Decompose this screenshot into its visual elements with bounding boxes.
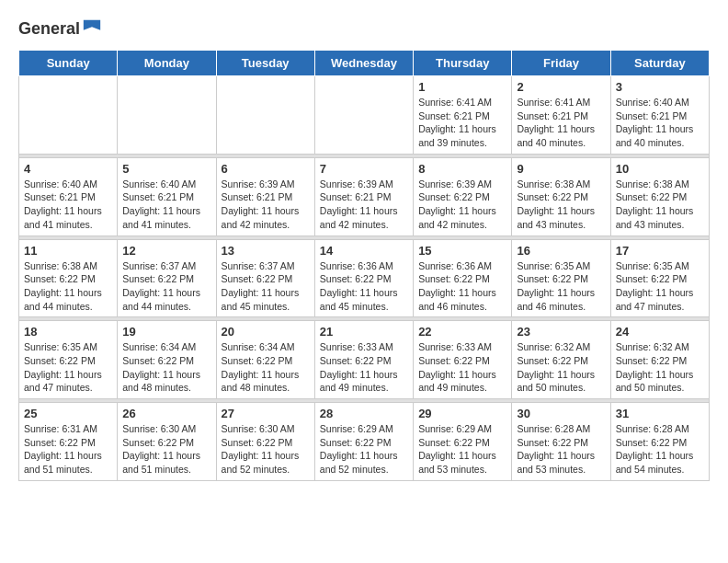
calendar-cell: 28Sunrise: 6:29 AM Sunset: 6:22 PM Dayli… bbox=[314, 403, 413, 481]
calendar-cell: 27Sunrise: 6:30 AM Sunset: 6:22 PM Dayli… bbox=[216, 403, 314, 481]
day-number: 10 bbox=[616, 162, 704, 176]
day-info: Sunrise: 6:35 AM Sunset: 6:22 PM Dayligh… bbox=[517, 259, 605, 314]
calendar-header-thursday: Thursday bbox=[414, 51, 512, 76]
calendar-cell: 8Sunrise: 6:39 AM Sunset: 6:22 PM Daylig… bbox=[414, 157, 512, 236]
calendar-cell: 11Sunrise: 6:38 AM Sunset: 6:22 PM Dayli… bbox=[19, 239, 118, 317]
calendar-cell: 5Sunrise: 6:40 AM Sunset: 6:21 PM Daylig… bbox=[118, 157, 216, 236]
day-number: 28 bbox=[320, 407, 408, 420]
day-info: Sunrise: 6:40 AM Sunset: 6:21 PM Dayligh… bbox=[616, 96, 704, 150]
day-info: Sunrise: 6:37 AM Sunset: 6:22 PM Dayligh… bbox=[222, 259, 310, 314]
calendar-cell: 19Sunrise: 6:34 AM Sunset: 6:22 PM Dayli… bbox=[118, 321, 216, 399]
day-number: 13 bbox=[222, 244, 310, 258]
day-info: Sunrise: 6:30 AM Sunset: 6:22 PM Dayligh… bbox=[222, 422, 310, 477]
calendar-cell: 10Sunrise: 6:38 AM Sunset: 6:22 PM Dayli… bbox=[610, 157, 709, 236]
calendar-header-row: SundayMondayTuesdayWednesdayThursdayFrid… bbox=[19, 51, 710, 76]
day-number: 14 bbox=[320, 244, 408, 258]
calendar-cell bbox=[314, 76, 413, 155]
day-info: Sunrise: 6:30 AM Sunset: 6:22 PM Dayligh… bbox=[122, 422, 210, 477]
day-number: 25 bbox=[24, 407, 112, 420]
day-number: 27 bbox=[222, 407, 310, 420]
day-info: Sunrise: 6:34 AM Sunset: 6:22 PM Dayligh… bbox=[122, 340, 210, 395]
calendar-cell: 20Sunrise: 6:34 AM Sunset: 6:22 PM Dayli… bbox=[216, 321, 314, 399]
day-number: 5 bbox=[122, 162, 210, 176]
day-number: 12 bbox=[122, 244, 210, 258]
calendar-header-monday: Monday bbox=[118, 51, 216, 76]
day-number: 1 bbox=[418, 80, 506, 94]
page-header: General bbox=[18, 18, 710, 35]
day-number: 15 bbox=[418, 244, 506, 258]
day-number: 16 bbox=[517, 244, 605, 258]
day-info: Sunrise: 6:36 AM Sunset: 6:22 PM Dayligh… bbox=[418, 259, 506, 314]
day-number: 6 bbox=[222, 162, 310, 176]
calendar: SundayMondayTuesdayWednesdayThursdayFrid… bbox=[18, 50, 710, 481]
calendar-cell: 23Sunrise: 6:32 AM Sunset: 6:22 PM Dayli… bbox=[512, 321, 610, 399]
calendar-cell: 14Sunrise: 6:36 AM Sunset: 6:22 PM Dayli… bbox=[314, 239, 413, 317]
day-number: 30 bbox=[517, 407, 605, 420]
calendar-header-friday: Friday bbox=[512, 51, 610, 76]
logo-text: General bbox=[18, 18, 102, 39]
day-number: 24 bbox=[616, 325, 704, 339]
calendar-cell: 12Sunrise: 6:37 AM Sunset: 6:22 PM Dayli… bbox=[118, 239, 216, 317]
calendar-header-wednesday: Wednesday bbox=[314, 51, 413, 76]
day-number: 21 bbox=[320, 325, 408, 339]
calendar-cell bbox=[19, 76, 118, 155]
calendar-cell: 1Sunrise: 6:41 AM Sunset: 6:21 PM Daylig… bbox=[414, 76, 512, 155]
day-info: Sunrise: 6:39 AM Sunset: 6:21 PM Dayligh… bbox=[320, 178, 408, 232]
day-info: Sunrise: 6:31 AM Sunset: 6:22 PM Dayligh… bbox=[24, 422, 112, 477]
day-number: 9 bbox=[517, 162, 605, 176]
day-info: Sunrise: 6:41 AM Sunset: 6:21 PM Dayligh… bbox=[418, 96, 506, 150]
calendar-cell: 2Sunrise: 6:41 AM Sunset: 6:21 PM Daylig… bbox=[512, 76, 610, 155]
day-number: 31 bbox=[616, 407, 704, 420]
calendar-cell: 17Sunrise: 6:35 AM Sunset: 6:22 PM Dayli… bbox=[610, 239, 709, 317]
day-number: 29 bbox=[418, 407, 506, 420]
calendar-cell: 24Sunrise: 6:32 AM Sunset: 6:22 PM Dayli… bbox=[610, 321, 709, 399]
day-info: Sunrise: 6:34 AM Sunset: 6:22 PM Dayligh… bbox=[222, 340, 310, 395]
day-info: Sunrise: 6:35 AM Sunset: 6:22 PM Dayligh… bbox=[24, 340, 112, 395]
day-info: Sunrise: 6:39 AM Sunset: 6:22 PM Dayligh… bbox=[418, 178, 506, 232]
calendar-cell: 4Sunrise: 6:40 AM Sunset: 6:21 PM Daylig… bbox=[19, 157, 118, 236]
calendar-cell: 22Sunrise: 6:33 AM Sunset: 6:22 PM Dayli… bbox=[414, 321, 512, 399]
calendar-cell: 9Sunrise: 6:38 AM Sunset: 6:22 PM Daylig… bbox=[512, 157, 610, 236]
day-info: Sunrise: 6:35 AM Sunset: 6:22 PM Dayligh… bbox=[616, 259, 704, 314]
day-info: Sunrise: 6:41 AM Sunset: 6:21 PM Dayligh… bbox=[517, 96, 605, 150]
calendar-header-tuesday: Tuesday bbox=[216, 51, 314, 76]
calendar-cell: 16Sunrise: 6:35 AM Sunset: 6:22 PM Dayli… bbox=[512, 239, 610, 317]
day-info: Sunrise: 6:29 AM Sunset: 6:22 PM Dayligh… bbox=[418, 422, 506, 477]
day-info: Sunrise: 6:40 AM Sunset: 6:21 PM Dayligh… bbox=[24, 178, 112, 232]
calendar-cell bbox=[216, 76, 314, 155]
day-info: Sunrise: 6:38 AM Sunset: 6:22 PM Dayligh… bbox=[517, 178, 605, 232]
calendar-week-row: 11Sunrise: 6:38 AM Sunset: 6:22 PM Dayli… bbox=[19, 239, 710, 317]
day-info: Sunrise: 6:40 AM Sunset: 6:21 PM Dayligh… bbox=[122, 178, 210, 232]
day-number: 20 bbox=[222, 325, 310, 339]
calendar-cell: 3Sunrise: 6:40 AM Sunset: 6:21 PM Daylig… bbox=[610, 76, 709, 155]
calendar-cell: 26Sunrise: 6:30 AM Sunset: 6:22 PM Dayli… bbox=[118, 403, 216, 481]
calendar-cell: 21Sunrise: 6:33 AM Sunset: 6:22 PM Dayli… bbox=[314, 321, 413, 399]
day-info: Sunrise: 6:32 AM Sunset: 6:22 PM Dayligh… bbox=[616, 340, 704, 395]
day-info: Sunrise: 6:38 AM Sunset: 6:22 PM Dayligh… bbox=[616, 178, 704, 232]
day-number: 4 bbox=[24, 162, 112, 176]
calendar-cell: 18Sunrise: 6:35 AM Sunset: 6:22 PM Dayli… bbox=[19, 321, 118, 399]
day-number: 3 bbox=[616, 80, 704, 94]
day-info: Sunrise: 6:33 AM Sunset: 6:22 PM Dayligh… bbox=[320, 340, 408, 395]
day-info: Sunrise: 6:28 AM Sunset: 6:22 PM Dayligh… bbox=[517, 422, 605, 477]
day-number: 8 bbox=[418, 162, 506, 176]
day-number: 17 bbox=[616, 244, 704, 258]
day-number: 26 bbox=[122, 407, 210, 420]
day-number: 11 bbox=[24, 244, 112, 258]
calendar-cell: 13Sunrise: 6:37 AM Sunset: 6:22 PM Dayli… bbox=[216, 239, 314, 317]
calendar-cell: 15Sunrise: 6:36 AM Sunset: 6:22 PM Dayli… bbox=[414, 239, 512, 317]
day-info: Sunrise: 6:32 AM Sunset: 6:22 PM Dayligh… bbox=[517, 340, 605, 395]
calendar-week-row: 4Sunrise: 6:40 AM Sunset: 6:21 PM Daylig… bbox=[19, 157, 710, 236]
day-info: Sunrise: 6:29 AM Sunset: 6:22 PM Dayligh… bbox=[320, 422, 408, 477]
day-number: 23 bbox=[517, 325, 605, 339]
day-number: 18 bbox=[24, 325, 112, 339]
svg-marker-0 bbox=[84, 20, 100, 30]
calendar-cell: 31Sunrise: 6:28 AM Sunset: 6:22 PM Dayli… bbox=[610, 403, 709, 481]
calendar-cell: 30Sunrise: 6:28 AM Sunset: 6:22 PM Dayli… bbox=[512, 403, 610, 481]
calendar-cell: 29Sunrise: 6:29 AM Sunset: 6:22 PM Dayli… bbox=[414, 403, 512, 481]
logo: General bbox=[18, 18, 102, 35]
calendar-cell: 7Sunrise: 6:39 AM Sunset: 6:21 PM Daylig… bbox=[314, 157, 413, 236]
day-info: Sunrise: 6:38 AM Sunset: 6:22 PM Dayligh… bbox=[24, 259, 112, 314]
calendar-header-sunday: Sunday bbox=[19, 51, 118, 76]
day-info: Sunrise: 6:28 AM Sunset: 6:22 PM Dayligh… bbox=[616, 422, 704, 477]
